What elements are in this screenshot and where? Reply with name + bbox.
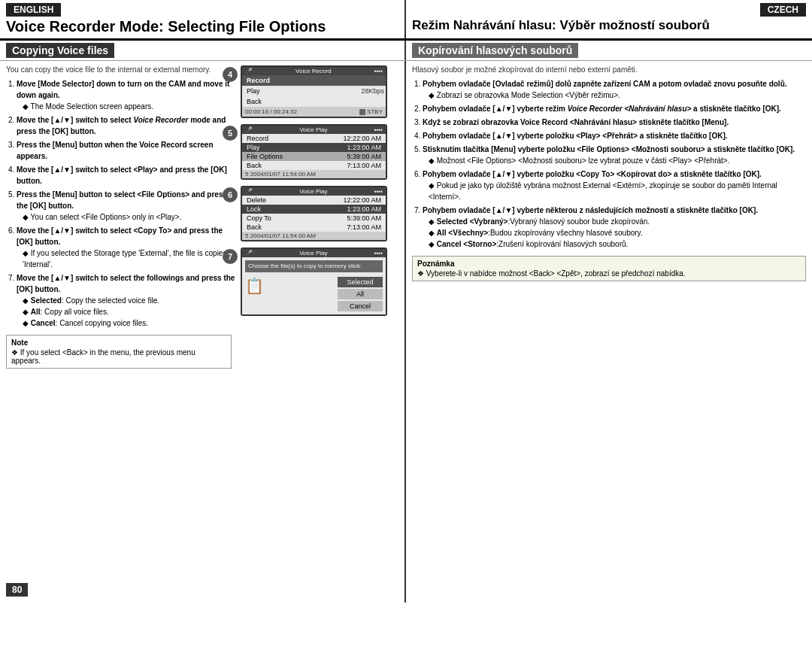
main-title-left: Voice Recorder Mode: Selecting File Opti… [6,18,404,38]
screen-7-number: 7 [223,249,238,264]
screen4-icon: 🎤 [245,68,253,74]
screen4-battery: ▪▪▪▪ [374,68,383,74]
section-title-right: Kopírování hlasových souborů [412,43,578,58]
screen-7: 🎤Voice Play▪▪▪▪ Choose the file(s) to co… [241,247,387,316]
czech-step-2: Pohybem ovladače [▲/▼] vyberte režim Voi… [423,103,806,114]
screen-4: 🎤 Voice Record ▪▪▪▪ Record Play 28Kbps B… [241,65,387,118]
screen4-status: STBY [359,108,383,115]
screen4-row-back: Back [242,96,386,107]
screen-5: 🎤Voice Play▪▪▪▪ Record12:22:00 AM Play1:… [241,124,387,180]
czech-step-5: Stisknutím tlačítka [Menu] vyberte polož… [423,144,806,166]
note-label: Note [11,339,226,347]
czech-note-box: Poznámka ❖ Vyberete-li v nabídce možnost… [412,256,806,281]
note-text: ❖ If you select <Back> in the menu, the … [11,348,226,365]
screen5-footer: 5 2004/01/07 11:54:00 AM [242,170,386,178]
screen7-all: All [338,289,383,299]
screen-6-number: 6 [223,187,238,202]
screen4-header: Voice Record [295,68,332,74]
screen7-cancel: Cancel [338,301,383,311]
screen-5-number: 5 [223,126,238,141]
screen6-footer: 5 2004/01/07 11:54:00 AM [242,232,386,240]
czech-note-label: Poznámka [417,260,801,268]
right-intro: Hlasový soubor je možné zkopírovat do in… [412,65,806,74]
screen7-msg: Choose the file(s) to copy to memory sti… [245,260,383,272]
screen4-row-record: Record [242,75,386,86]
czech-step-4: Pohybem ovladače [▲/▼] vyberte položku <… [423,130,806,141]
czech-step-7: Pohybem ovladače [▲/▼] vyberte některou … [423,205,806,250]
english-badge: ENGLISH [6,3,61,17]
czech-badge: CZECH [760,3,806,17]
screen-4-number: 4 [223,67,238,82]
screen4-kbps: 28Kbps [361,87,384,95]
section-title-left: Copying Voice files [6,43,114,58]
screen7-selected: Selected [338,277,383,287]
note-box: Note ❖ If you select <Back> in the menu,… [6,335,232,369]
screen4-row-play: Play [244,86,263,96]
screen-6: 🎤Voice Play▪▪▪▪ Delete12:22:00 AM Lock1:… [241,186,387,241]
czech-note-text: ❖ Vyberete-li v nabídce možnost <Back> <… [417,269,801,278]
screen4-time: 00:00:16 / 00:24:32 [245,108,297,115]
page-number: 80 [6,583,28,597]
main-title-right: Režim Nahrávání hlasu: Výběr možností so… [412,18,812,36]
czech-step-3: Když se zobrazí obrazovka Voice Record <… [423,117,806,128]
czech-step-6: Pohybem ovladače [▲/▼] vyberte položku <… [423,169,806,202]
czech-step-1: Pohybem ovladače [Ovladač režimů] dolů z… [423,78,806,101]
